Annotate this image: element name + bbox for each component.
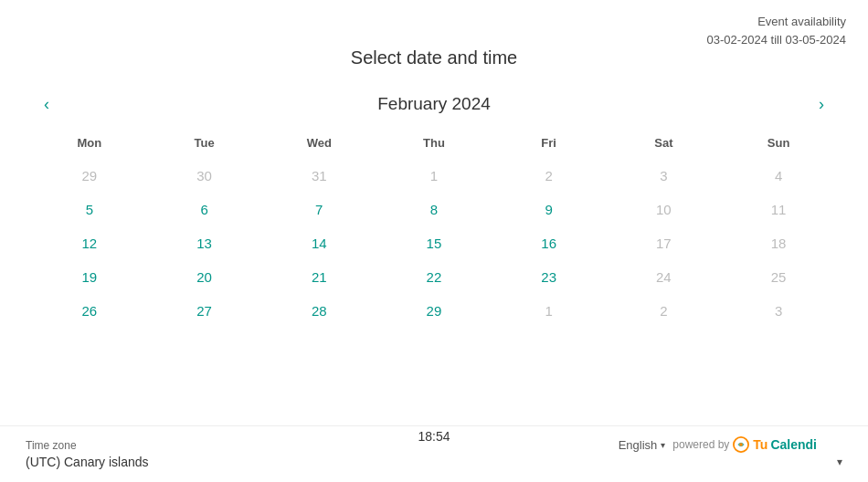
weekday-header: Tue — [147, 131, 262, 159]
calendar-day-active[interactable]: 7 — [261, 193, 376, 226]
calendar-header: ‹ February 2024 › — [32, 94, 836, 114]
calendar-week-row: 567891011 — [32, 193, 836, 226]
calendar-day-weekend: 3 — [607, 159, 722, 193]
weekday-header: Sun — [721, 131, 836, 159]
calendar-week-row: 12131415161718 — [32, 226, 836, 260]
event-availability-range: 03-02-2024 till 03-05-2024 — [707, 31, 847, 49]
calendar-container: ‹ February 2024 › MonTueWedThuFriSatSun … — [32, 94, 836, 328]
calendar-day-active[interactable]: 9 — [492, 193, 607, 226]
weekday-header: Thu — [376, 131, 492, 159]
calendar-day-active[interactable]: 14 — [261, 226, 376, 260]
calendar-day-active[interactable]: 19 — [32, 260, 147, 294]
calendar-day-active[interactable]: 27 — [147, 294, 262, 328]
calendar-day-active[interactable]: 12 — [32, 226, 147, 260]
language-label: English — [619, 438, 658, 452]
language-chevron-icon: ▾ — [661, 440, 665, 450]
timezone-select-row[interactable]: (UTC) Canary islands ▾ — [26, 455, 842, 469]
event-availability-label: Event availability — [707, 13, 847, 31]
event-availability: Event availability 03-02-2024 till 03-05… — [707, 13, 847, 48]
language-selector: English ▾ powered by TuCalendi — [619, 436, 817, 453]
calendar-week-row: 19202122232425 — [32, 260, 836, 294]
powered-by: powered by TuCalendi — [672, 436, 817, 453]
calendar-day-inactive: 31 — [261, 159, 376, 193]
calendar-day-active[interactable]: 26 — [32, 294, 147, 328]
timezone-dropdown-arrow: ▾ — [837, 456, 842, 468]
calendar-day-inactive: 1 — [492, 294, 607, 328]
calendar-day-active[interactable]: 5 — [32, 193, 147, 226]
calendar-day-active[interactable]: 29 — [376, 294, 492, 328]
calendar-day-weekend: 24 — [607, 260, 722, 294]
calendar-day-weekend: 3 — [721, 294, 836, 328]
calendar-day-weekend: 2 — [607, 294, 722, 328]
language-button[interactable]: English ▾ — [619, 438, 666, 452]
calendar-body: 2930311234567891011121314151617181920212… — [32, 159, 836, 328]
calendar-day-active[interactable]: 13 — [147, 226, 262, 260]
weekday-header: Mon — [32, 131, 147, 159]
tucalendi-brand: TuCalendi — [753, 437, 817, 452]
calendar-day-weekend: 4 — [721, 159, 836, 193]
calendar-day-inactive: 2 — [492, 159, 607, 193]
weekday-header: Fri — [492, 131, 607, 159]
powered-by-text: powered by — [672, 438, 729, 451]
weekdays-row: MonTueWedThuFriSatSun — [32, 131, 836, 159]
calendar-day-active[interactable]: 15 — [376, 226, 492, 260]
next-month-button[interactable]: › — [807, 89, 836, 119]
calendar-day-weekend: 10 — [607, 193, 722, 226]
tucalendi-logo-icon — [733, 436, 749, 453]
page-title: Select date and time — [351, 47, 517, 68]
timezone-value: (UTC) Canary islands — [26, 455, 149, 469]
main-container: Select date and time ‹ February 2024 › M… — [0, 0, 868, 328]
calendar-day-weekend: 25 — [721, 260, 836, 294]
calendar-day-active[interactable]: 8 — [376, 193, 492, 226]
weekday-header: Wed — [261, 131, 376, 159]
calendar-grid: MonTueWedThuFriSatSun 293031123456789101… — [32, 131, 836, 328]
calendar-day-active[interactable]: 23 — [492, 260, 607, 294]
calendar-day-inactive: 29 — [32, 159, 147, 193]
calendar-day-active[interactable]: 16 — [492, 226, 607, 260]
calendar-day-weekend: 11 — [721, 193, 836, 226]
prev-month-button[interactable]: ‹ — [32, 89, 61, 119]
calendar-day-active[interactable]: 6 — [147, 193, 262, 226]
tucalendi-calendi: Calendi — [770, 437, 817, 452]
calendar-day-weekend: 18 — [721, 226, 836, 260]
calendar-day-active[interactable]: 28 — [261, 294, 376, 328]
weekday-header: Sat — [607, 131, 722, 159]
calendar-day-active[interactable]: 20 — [147, 260, 262, 294]
calendar-week-row: 26272829123 — [32, 294, 836, 328]
calendar-day-inactive: 30 — [147, 159, 262, 193]
time-display: 18:54 — [418, 429, 450, 444]
month-label: February 2024 — [377, 94, 491, 114]
calendar-week-row: 2930311234 — [32, 159, 836, 193]
bottom-bar: Time zone (UTC) Canary islands ▾ 18:54 E… — [0, 425, 868, 482]
calendar-day-active[interactable]: 22 — [376, 260, 492, 294]
svg-point-1 — [740, 443, 744, 446]
calendar-day-inactive: 1 — [376, 159, 492, 193]
calendar-day-active[interactable]: 21 — [261, 260, 376, 294]
tucalendi-tu: Tu — [753, 437, 767, 452]
calendar-day-weekend: 17 — [607, 226, 722, 260]
